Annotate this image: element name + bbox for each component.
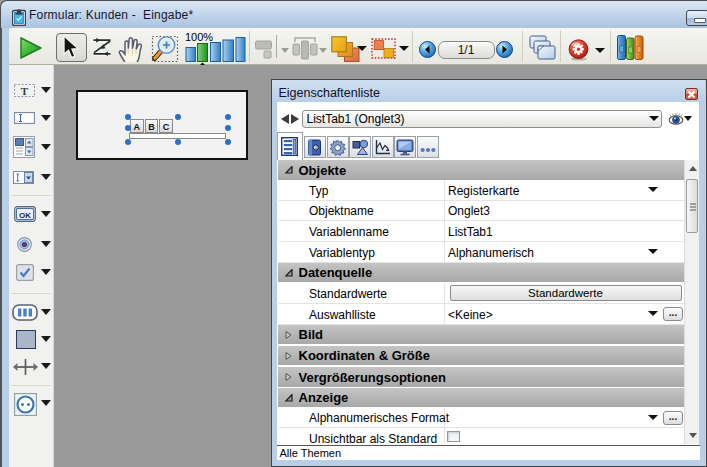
svg-text:OK: OK xyxy=(19,211,31,220)
svg-text:T: T xyxy=(20,84,28,96)
